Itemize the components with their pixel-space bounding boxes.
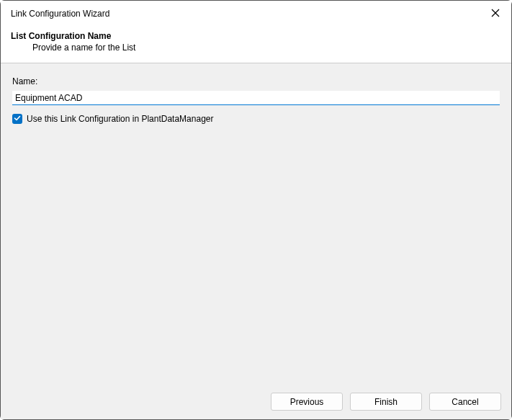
use-in-pdm-label[interactable]: Use this Link Configuration in PlantData… (27, 114, 213, 124)
close-icon (491, 9, 500, 19)
page-title: List Configuration Name (11, 31, 501, 41)
name-input[interactable] (12, 91, 500, 105)
name-label: Name: (12, 76, 500, 86)
previous-button[interactable]: Previous (271, 393, 343, 411)
wizard-header: List Configuration Name Provide a name f… (1, 27, 511, 63)
wizard-footer: Previous Finish Cancel (1, 385, 511, 419)
cancel-button[interactable]: Cancel (429, 393, 501, 411)
use-in-pdm-row: Use this Link Configuration in PlantData… (12, 114, 500, 124)
page-subtitle: Provide a name for the List (11, 43, 501, 53)
titlebar: Link Configuration Wizard (1, 1, 511, 27)
checkmark-icon (14, 114, 21, 124)
wizard-window: Link Configuration Wizard List Configura… (0, 0, 512, 420)
use-in-pdm-checkbox[interactable] (12, 114, 22, 124)
content-area: Name: Use this Link Configuration in Pla… (1, 63, 511, 385)
window-title: Link Configuration Wizard (11, 9, 109, 19)
close-button[interactable] (488, 6, 503, 21)
finish-button[interactable]: Finish (350, 393, 422, 411)
